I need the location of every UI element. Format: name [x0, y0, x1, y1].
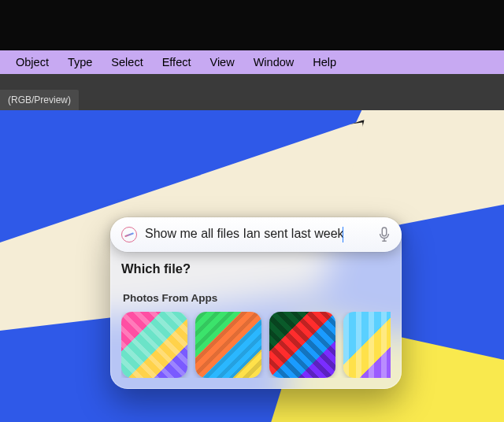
menu-select[interactable]: Select [102, 56, 152, 68]
document-tab-label: (RGB/Preview) [8, 94, 71, 106]
photo-thumbnail[interactable] [121, 312, 187, 378]
siri-icon [121, 227, 137, 242]
spotlight-search-input[interactable]: Show me all files Ian sent last week [145, 227, 370, 242]
menu-view[interactable]: View [200, 56, 243, 68]
window-titlebar-region [0, 0, 504, 50]
menu-effect[interactable]: Effect [153, 56, 201, 68]
svg-rect-0 [382, 228, 386, 236]
photo-thumbnail[interactable] [269, 312, 335, 378]
spotlight-query-text: Show me all files Ian sent last week [145, 227, 344, 240]
microphone-icon[interactable] [378, 227, 391, 242]
text-cursor [343, 227, 344, 242]
menu-type[interactable]: Type [58, 56, 102, 68]
menu-window[interactable]: Window [244, 56, 304, 68]
spotlight-prompt-title: Which file? [121, 261, 391, 276]
app-menubar: Object Type Select Effect View Window He… [0, 50, 504, 74]
document-tab-strip: (RGB/Preview) [0, 90, 504, 110]
document-tab[interactable]: (RGB/Preview) [0, 90, 79, 110]
photo-thumbnail[interactable] [343, 312, 391, 378]
menu-object[interactable]: Object [6, 56, 58, 68]
spotlight-section-label: Photos From Apps [121, 292, 391, 304]
menu-help[interactable]: Help [303, 56, 346, 68]
control-bar-region [0, 74, 504, 90]
spotlight-thumbnail-row [121, 312, 391, 378]
photo-thumbnail[interactable] [195, 312, 261, 378]
spotlight-search-bar[interactable]: Show me all files Ian sent last week [110, 217, 402, 252]
